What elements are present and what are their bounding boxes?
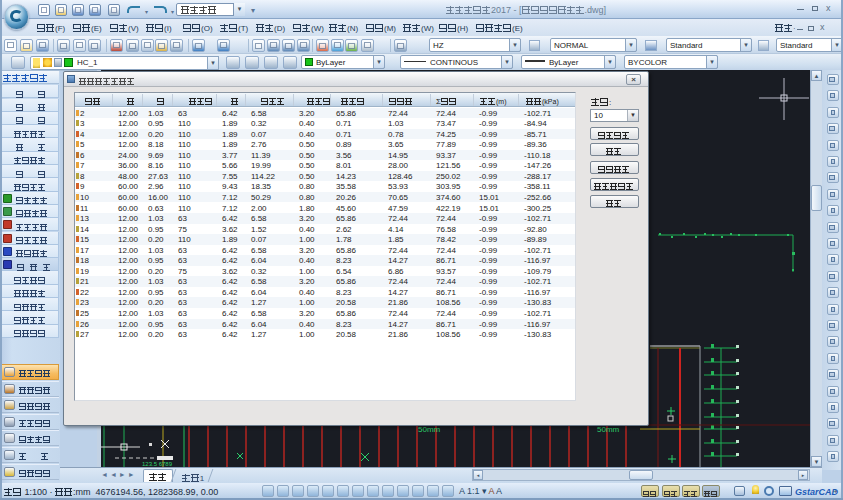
svg-text:50mm: 50mm [418,425,441,434]
svg-text:50mm: 50mm [597,425,620,434]
